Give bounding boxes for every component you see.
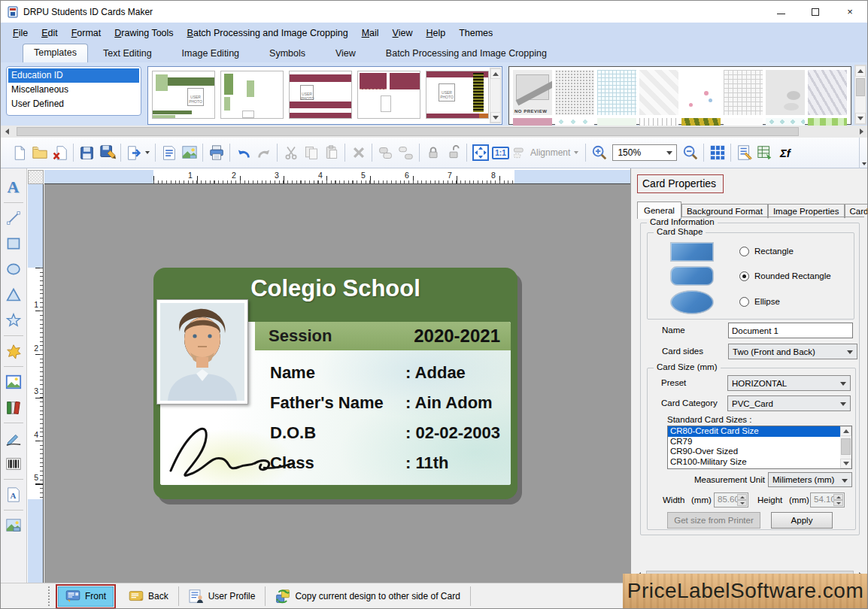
width-spinner-arrows[interactable] xyxy=(737,494,747,506)
background-thumbnail-no-preview[interactable]: NO PREVIEW xyxy=(513,70,552,115)
redo-button[interactable] xyxy=(253,143,274,163)
scroll-right-button[interactable] xyxy=(856,126,866,137)
print-button[interactable] xyxy=(206,143,226,163)
scroll-up-button[interactable] xyxy=(855,65,866,77)
scroll-thumb[interactable] xyxy=(856,78,865,96)
template-thumbnail-5[interactable]: USER PHOTO xyxy=(426,71,489,119)
image-tool[interactable] xyxy=(4,372,23,392)
formula-button[interactable]: Σf xyxy=(775,143,795,163)
preset-combo[interactable]: HORIZONTAL xyxy=(727,375,851,391)
tab-view[interactable]: View xyxy=(320,45,371,62)
id-card-preview[interactable]: Colegio School Session 2020-2021 Name : … xyxy=(153,268,517,499)
background-image-tool[interactable] xyxy=(4,516,23,535)
radio-ellipse-label[interactable]: Ellipse xyxy=(754,297,780,306)
export-excel-button[interactable] xyxy=(754,143,775,163)
background-thumbnail-row2[interactable] xyxy=(597,118,636,126)
ellipse-tool[interactable] xyxy=(4,259,23,279)
tab-batch-processing[interactable]: Batch Processing and Image Cropping xyxy=(371,45,562,62)
template-strip-scrollbar[interactable] xyxy=(0,126,868,138)
design-canvas[interactable]: Colegio School Session 2020-2021 Name : … xyxy=(44,184,630,583)
tab-templates[interactable]: Templates xyxy=(23,44,88,62)
copy-design-button[interactable]: Copy current design to other side of Car… xyxy=(269,586,466,607)
menu-mail[interactable]: Mail xyxy=(355,25,386,41)
barcode-tool[interactable] xyxy=(4,454,23,474)
size-option-cr80[interactable]: CR80-Credit Card Size xyxy=(668,426,851,437)
scroll-up-button[interactable] xyxy=(840,426,851,436)
background-thumbnail-row2[interactable] xyxy=(808,118,847,126)
line-tool[interactable] xyxy=(4,208,23,228)
fit-to-window-button[interactable] xyxy=(470,143,490,163)
scroll-thumb[interactable] xyxy=(841,438,851,455)
card-photo[interactable] xyxy=(156,299,248,404)
standard-sizes-listbox[interactable]: CR80-Credit Card Size CR79 CR90-Over Siz… xyxy=(667,426,852,469)
card-school-name[interactable]: Colegio School xyxy=(153,275,517,302)
card-sides-combo[interactable]: Two (Front and Back) xyxy=(728,344,857,359)
card-field-row[interactable]: Name : Addae xyxy=(270,358,505,388)
shape-swatch-ellipse[interactable] xyxy=(670,290,714,314)
menu-edit[interactable]: Edit xyxy=(35,25,65,41)
background-thumbnail-gray-grid[interactable] xyxy=(724,70,763,115)
signature-tool[interactable] xyxy=(4,429,23,448)
background-thumbnail-diagonal[interactable] xyxy=(639,70,678,115)
menu-view[interactable]: View xyxy=(386,25,420,41)
zoom-level-combo[interactable]: 150% xyxy=(612,144,677,161)
menu-drawing-tools[interactable]: Drawing Tools xyxy=(108,25,180,41)
background-thumbnail-blue-grid[interactable] xyxy=(597,70,636,115)
zoom-in-button[interactable] xyxy=(589,143,609,163)
background-thumbnail-marble[interactable] xyxy=(808,70,847,115)
menu-help[interactable]: Help xyxy=(419,25,452,41)
menu-format[interactable]: Format xyxy=(65,25,108,41)
template-thumbnail-2[interactable] xyxy=(220,71,284,119)
group-button[interactable] xyxy=(375,143,396,163)
open-button[interactable] xyxy=(29,143,50,163)
scroll-thumb[interactable] xyxy=(17,127,799,136)
template-thumbnail-1[interactable]: USER PHOTO xyxy=(152,71,215,119)
tab-text-editing[interactable]: Text Editing xyxy=(88,45,167,62)
menu-themes[interactable]: Themes xyxy=(452,25,499,41)
apply-button[interactable]: Apply xyxy=(771,512,833,529)
scroll-left-button[interactable] xyxy=(2,126,12,137)
clipart-library-tool[interactable] xyxy=(4,398,23,417)
card-session-band[interactable]: Session 2020-2021 xyxy=(255,322,511,350)
radio-rounded-rectangle[interactable] xyxy=(739,271,749,281)
export-button[interactable] xyxy=(124,143,144,163)
watermark-tool[interactable]: A xyxy=(4,485,23,504)
custom-shape-tool[interactable] xyxy=(4,341,23,361)
actual-size-button[interactable]: 1:1 xyxy=(490,143,511,163)
user-profile-button[interactable]: User Profile xyxy=(182,586,263,607)
tab-general[interactable]: General xyxy=(637,201,681,219)
shape-swatch-rectangle[interactable] xyxy=(670,242,714,262)
ungroup-button[interactable] xyxy=(396,143,416,163)
star-tool[interactable] xyxy=(4,311,23,330)
export-dropdown-caret[interactable] xyxy=(145,151,150,154)
triangle-tool[interactable] xyxy=(4,285,23,304)
template-scrollbar-vertical[interactable] xyxy=(490,68,501,123)
background-thumbnail-row2[interactable] xyxy=(681,118,721,126)
background-thumbnail-speckle[interactable] xyxy=(555,70,594,115)
close-button[interactable]: × xyxy=(833,1,867,23)
card-category-combo[interactable]: PVC_Card xyxy=(727,395,851,411)
shape-swatch-rounded[interactable] xyxy=(670,266,714,286)
save-button[interactable] xyxy=(77,143,97,163)
backgrounds-scrollbar-vertical[interactable] xyxy=(854,65,866,125)
back-side-button[interactable]: Back xyxy=(122,586,175,607)
background-thumbnail-flowers[interactable] xyxy=(681,70,721,115)
radio-rectangle[interactable] xyxy=(739,247,749,256)
tab-symbols[interactable]: Symbols xyxy=(254,45,320,62)
minimize-button[interactable] xyxy=(763,1,798,23)
background-thumbnail-plain[interactable] xyxy=(766,70,805,115)
insert-image-button[interactable] xyxy=(179,143,199,163)
size-option-cr90[interactable]: CR90-Over Sized xyxy=(668,447,851,457)
template-thumbnail-3[interactable]: USER PHOTO xyxy=(289,71,352,119)
radio-rounded-rectangle-label[interactable]: Rounded Rectangle xyxy=(754,271,831,280)
size-option-cr79[interactable]: CR79 xyxy=(668,437,851,447)
lock-button[interactable] xyxy=(423,143,443,163)
document-name-input[interactable] xyxy=(728,323,853,338)
card-session-value[interactable]: 2020-2021 xyxy=(414,326,500,347)
card-session-label[interactable]: Session xyxy=(269,326,332,346)
scroll-down-button[interactable] xyxy=(490,112,501,123)
new-document-button[interactable] xyxy=(9,143,29,163)
unlock-button[interactable] xyxy=(443,143,463,163)
checklist-button[interactable] xyxy=(734,143,754,163)
radio-ellipse[interactable] xyxy=(739,297,749,307)
